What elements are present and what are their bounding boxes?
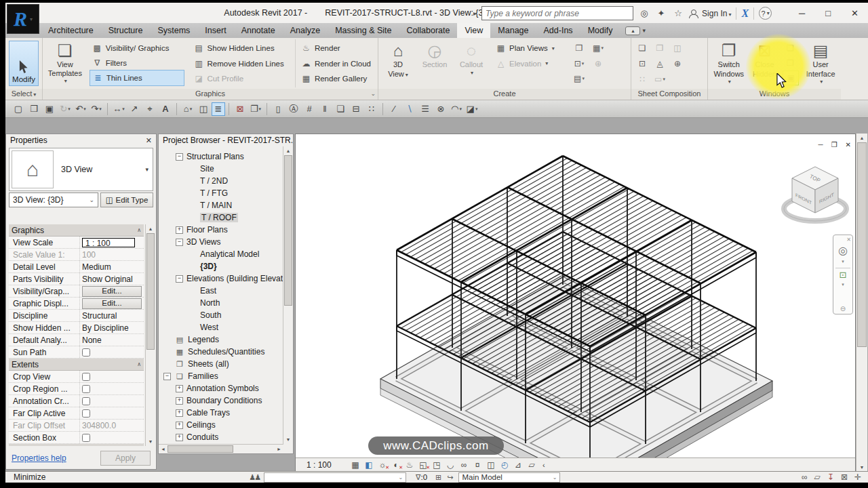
new-sheet-button[interactable]: ❏ (635, 41, 650, 55)
navigation-bar[interactable]: ✕ ◎ ▾ ⊡ ▾ ⊖ (833, 235, 853, 314)
group-header[interactable]: Graphics∧ (9, 224, 144, 237)
default-3d-view-icon[interactable]: ⌂ (180, 102, 195, 116)
synchronize-icon[interactable]: ↻ (58, 102, 73, 116)
type-selector[interactable]: ⌂ 3D View ▾ (9, 148, 153, 191)
favorites-star-icon[interactable]: ☆ (672, 8, 684, 18)
select-pinned-toggle-icon[interactable]: ↧ (827, 472, 834, 482)
revisions-button[interactable]: ◫ (670, 41, 685, 55)
viewports-button[interactable]: ▭ (652, 73, 667, 86)
view-templates-button[interactable]: ❏ View Templates (45, 39, 85, 87)
visibility-graphics-button[interactable]: ▩Visibility/ Graphics (90, 41, 184, 56)
unlocked-view-icon[interactable]: ◡ (443, 459, 457, 470)
open-icon[interactable]: ❒ (26, 102, 41, 116)
drafting-view-button[interactable]: ❐ (572, 41, 587, 55)
default-analysis-value[interactable]: None (79, 334, 144, 346)
section-button[interactable]: ◶ Section (417, 39, 452, 87)
view-cube[interactable]: TOP FRONT RIGHT (770, 141, 855, 229)
view-reference-button[interactable]: ⊕ (670, 57, 685, 70)
show-crop-region-icon[interactable]: ◳ (430, 459, 443, 470)
redo-icon[interactable]: ↷ (89, 102, 104, 116)
navbar-close-icon[interactable]: ✕ (846, 237, 851, 243)
design-options-icon[interactable]: ⊞ (435, 473, 441, 482)
scroll-thumb[interactable] (857, 142, 867, 347)
communication-center-icon[interactable]: ✦ (655, 8, 667, 18)
tab-architecture[interactable]: Architecture (41, 23, 101, 38)
select-caption[interactable]: Select (5, 89, 42, 100)
group-header[interactable]: Extents∧ (9, 359, 144, 371)
model-text-icon[interactable]: Ⓐ (286, 102, 301, 116)
cut-profile-button[interactable]: ◪Cut Profile (191, 71, 291, 86)
steering-wheel-icon[interactable]: ◎ (838, 244, 848, 257)
legends-button[interactable]: ▤ (572, 72, 587, 85)
temporary-hide-isolate-icon[interactable]: ∞ (457, 459, 471, 470)
elevation-button[interactable]: △Elevation (493, 56, 566, 71)
tree-item[interactable]: ❐Sheets (all) (159, 358, 283, 370)
exchange-apps-icon[interactable]: X (741, 7, 749, 20)
tab-annotate[interactable]: Annotate (234, 23, 283, 38)
schedules-button[interactable]: ▦ (591, 41, 606, 55)
ribbon-collapse-button[interactable]: ▲▾ (625, 23, 646, 38)
section-box-checkbox[interactable] (82, 434, 90, 442)
properties-help-link[interactable]: Properties help (12, 453, 66, 463)
aligned-dimension-icon[interactable]: ↗ (127, 102, 142, 116)
scope-box-button[interactable]: ⊕ (591, 57, 606, 70)
view-canvas[interactable]: ─ ❐ ✕ TOP FRONT RIGHT ✕ (296, 134, 855, 458)
close-hidden-windows-icon[interactable]: ⊠ (233, 102, 248, 116)
discipline-value[interactable]: Structural (79, 310, 144, 321)
tab-modify[interactable]: Modify (580, 23, 620, 38)
sign-in-button[interactable]: Sign In (702, 9, 731, 18)
tab-collaborate[interactable]: Collaborate (399, 23, 458, 38)
scroll-thumb[interactable] (146, 233, 155, 350)
temporary-view-properties-icon[interactable]: ◴ (498, 459, 511, 470)
render-gallery-button[interactable]: ▦Render Gallery (298, 71, 373, 86)
workset-combo[interactable]: ⌄ (264, 472, 406, 483)
crop-view-icon[interactable]: ◱ (416, 459, 430, 470)
tree-item[interactable]: +Ceilings (159, 419, 283, 431)
help-icon[interactable]: ? (759, 7, 772, 20)
tree-item[interactable]: −Structural Plans (159, 150, 283, 163)
expander-icon[interactable]: + (176, 226, 183, 234)
filters-button[interactable]: ∇Filters (90, 56, 184, 70)
dotted-grid-button[interactable]: ∷ (635, 73, 650, 86)
measure-icon[interactable]: ↔ (111, 102, 126, 116)
split-icon[interactable]: ⊟ (349, 102, 363, 116)
sun-path-icon[interactable]: ☼ (376, 459, 389, 470)
scroll-up-icon[interactable]: ▲ (283, 146, 293, 155)
drag-elements-toggle-icon[interactable]: ✛ (854, 472, 861, 482)
tree-item[interactable]: +Conduits (159, 431, 283, 443)
navbar-caret-icon[interactable]: ▾ (842, 259, 844, 264)
schedule-icon[interactable]: ☰ (418, 102, 433, 116)
edit-type-button[interactable]: ◫ Edit Type (100, 192, 153, 207)
expander-icon[interactable]: − (176, 275, 183, 283)
tree-item[interactable]: T / 2ND (159, 175, 283, 187)
properties-close-icon[interactable]: ✕ (146, 136, 152, 145)
tree-item[interactable]: −❏Families (159, 370, 283, 382)
tree-item[interactable]: T / MAIN (159, 199, 283, 211)
scroll-thumb[interactable] (167, 445, 233, 453)
align-icon[interactable]: ‖ (317, 102, 332, 116)
instance-combo[interactable]: 3D View: {3D} ⌄ (9, 192, 98, 207)
search-icon[interactable]: ◎ (638, 8, 650, 18)
new-file-icon[interactable]: ▢ (11, 102, 26, 116)
tree-item[interactable]: Site (159, 163, 283, 175)
view-scale-input[interactable]: 1 : 100 (82, 238, 135, 247)
tree-item[interactable]: +Annotation Symbols (159, 382, 283, 394)
view-scale-button[interactable]: 1 : 100 (307, 460, 349, 470)
crop-region-visible-checkbox[interactable] (82, 385, 90, 393)
dialog-launcher-icon[interactable]: ⌄ (370, 89, 376, 99)
show-hidden-value[interactable]: By Discipline (79, 322, 144, 333)
tab-analyze[interactable]: Analyze (283, 23, 328, 38)
graphic-display-edit-button[interactable]: Edit... (82, 298, 142, 309)
navbar-caret-icon[interactable]: ▾ (842, 282, 844, 287)
select-underlay-toggle-icon[interactable]: ▱ (814, 472, 821, 482)
reveal-hidden-elements-icon[interactable]: ¤ (471, 459, 484, 470)
switch-windows-icon[interactable]: ❐ (248, 102, 263, 116)
scroll-down-icon[interactable]: ▼ (283, 435, 293, 444)
tree-item-selected[interactable]: T / ROOF (159, 211, 283, 224)
active-workset-icon[interactable]: ↪ (447, 473, 453, 482)
text-icon[interactable]: A (158, 102, 173, 116)
highlight-displacement-icon[interactable]: ▱ (525, 459, 538, 470)
cascade-icon[interactable]: ❏ (333, 102, 348, 116)
brace-icon[interactable]: ∖ (402, 102, 417, 116)
tree-item[interactable]: T / FTG (159, 187, 283, 199)
